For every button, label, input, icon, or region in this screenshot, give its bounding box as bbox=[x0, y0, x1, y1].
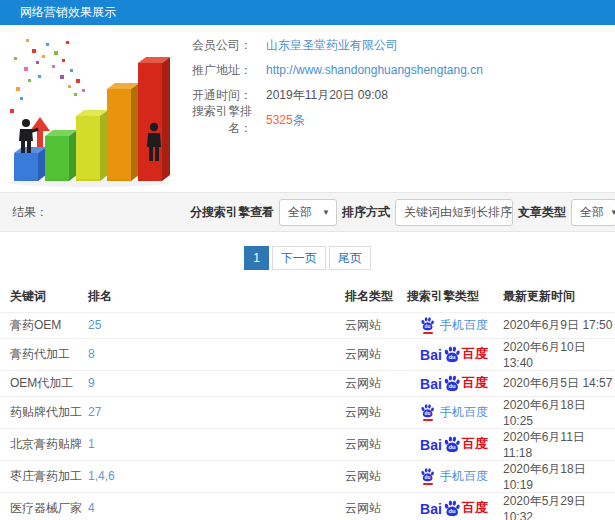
col-rank-type: 排名类型 bbox=[345, 282, 405, 312]
promo-url-link[interactable]: http://www.shandonghuangshengtang.cn bbox=[266, 63, 483, 77]
baidu-paw-icon: du bbox=[443, 374, 461, 392]
page-current[interactable]: 1 bbox=[244, 246, 269, 270]
col-updated: 最新更新时间 bbox=[503, 282, 615, 312]
sort-filter-value: 关键词由短到长排序 bbox=[404, 204, 512, 221]
keyword-cell: 医疗器械厂家 bbox=[0, 492, 88, 520]
rank-cell: 27 bbox=[88, 396, 345, 428]
baidu-bai-text: Bai bbox=[420, 437, 442, 453]
table-row: 膏药OEM25云网站du手机百度2020年6月9日 17:50 bbox=[0, 312, 615, 338]
article-type-label: 文章类型 bbox=[518, 204, 566, 221]
paw-icon-wrap: du bbox=[420, 316, 435, 334]
table-row: 北京膏药贴牌1云网站Baidu百度2020年6月11日 11:18 bbox=[0, 428, 615, 460]
page-next[interactable]: 下一页 bbox=[272, 246, 326, 270]
updated-cell: 2020年6月5日 14:57 bbox=[503, 370, 615, 396]
baidu-cn-text: 百度 bbox=[462, 345, 488, 363]
keyword-cell: 药贴牌代加工 bbox=[0, 396, 88, 428]
confetti-dots bbox=[10, 39, 85, 113]
rank-table: 关键词 排名 排名类型 搜索引擎类型 最新更新时间 膏药OEM25云网站du手机… bbox=[0, 282, 615, 520]
engine-cell: Baidu百度 bbox=[405, 428, 503, 460]
company-link[interactable]: 山东皇圣堂药业有限公司 bbox=[266, 37, 398, 54]
updated-cell: 2020年6月18日 10:19 bbox=[503, 460, 615, 492]
baidu-paw-icon: du bbox=[443, 499, 461, 517]
sort-filter-label: 排序方式 bbox=[342, 204, 390, 221]
ranking-count-unit: 条 bbox=[293, 113, 305, 127]
baidu-bai-text: Bai bbox=[420, 376, 442, 392]
dropdown-arrow-icon: ▼ bbox=[322, 208, 330, 217]
info-fields: 会员公司：山东皇圣堂药业有限公司推广地址：http://www.shandong… bbox=[170, 37, 483, 137]
engine-filter-value: 全部 bbox=[288, 204, 312, 221]
paw-underline bbox=[423, 483, 433, 485]
filter-bar: 结果： 分搜索引擎查看 全部 ▼ 排序方式 关键词由短到长排序 ▼ 文章类型 全… bbox=[0, 192, 615, 232]
table-row: 药贴牌代加工27云网站du手机百度2020年6月18日 10:25 bbox=[0, 396, 615, 428]
page-title: 网络营销效果展示 bbox=[20, 5, 116, 19]
paw-icon-wrap: du bbox=[420, 403, 435, 421]
rank-type-cell: 云网站 bbox=[345, 370, 405, 396]
table-header-row: 关键词 排名 排名类型 搜索引擎类型 最新更新时间 bbox=[0, 282, 615, 312]
sort-filter-select[interactable]: 关键词由短到长排序 ▼ bbox=[395, 199, 513, 226]
rank-link[interactable]: 9 bbox=[88, 376, 95, 390]
rank-cell: 25 bbox=[88, 312, 345, 338]
baidu-paw-icon: du bbox=[443, 345, 461, 363]
page: 网络营销效果展示 bbox=[0, 0, 615, 520]
titlebar: 网络营销效果展示 bbox=[0, 0, 615, 25]
updated-cell: 2020年6月18日 10:25 bbox=[503, 396, 615, 428]
baidu-paw-icon: du bbox=[443, 435, 461, 453]
col-rank: 排名 bbox=[88, 282, 345, 312]
baidu-paw-icon: du bbox=[420, 403, 435, 418]
engine-cell: du手机百度 bbox=[405, 396, 503, 428]
baidu-logo: Baidu百度 bbox=[420, 499, 488, 517]
page-last[interactable]: 尾页 bbox=[329, 246, 371, 270]
table-row: 膏药代加工8云网站Baidu百度2020年6月10日 13:40 bbox=[0, 338, 615, 370]
rank-type-cell: 云网站 bbox=[345, 492, 405, 520]
baidu-logo: Baidu百度 bbox=[420, 345, 488, 363]
rank-type-cell: 云网站 bbox=[345, 312, 405, 338]
rank-link[interactable]: 8 bbox=[88, 347, 95, 361]
rank-type-cell: 云网站 bbox=[345, 428, 405, 460]
rank-link[interactable]: 4 bbox=[88, 501, 95, 515]
rank-cell: 8 bbox=[88, 338, 345, 370]
ranking-count-number: 5325 bbox=[266, 113, 293, 127]
paw-underline bbox=[423, 332, 433, 334]
keyword-cell: 枣庄膏药加工 bbox=[0, 460, 88, 492]
engine-filter-label: 分搜索引擎查看 bbox=[190, 204, 274, 221]
keyword-cell: 北京膏药贴牌 bbox=[0, 428, 88, 460]
engine-cell: du手机百度 bbox=[405, 312, 503, 338]
svg-text:du: du bbox=[425, 324, 431, 329]
rank-cell: 4 bbox=[88, 492, 345, 520]
baidu-logo: Baidu百度 bbox=[420, 435, 488, 453]
filter-group: 分搜索引擎查看 全部 ▼ 排序方式 关键词由短到长排序 ▼ 文章类型 全部 ▼ … bbox=[185, 193, 615, 231]
table-row: 医疗器械厂家4云网站Baidu百度2020年5月29日 10:32 bbox=[0, 492, 615, 520]
col-keyword: 关键词 bbox=[0, 282, 88, 312]
mobile-baidu-label: 手机百度 bbox=[440, 468, 488, 485]
rank-link[interactable]: 25 bbox=[88, 318, 101, 332]
updated-cell: 2020年6月10日 13:40 bbox=[503, 338, 615, 370]
col-engine-type: 搜索引擎类型 bbox=[405, 282, 503, 312]
article-type-value: 全部 bbox=[580, 204, 604, 221]
rank-type-cell: 云网站 bbox=[345, 460, 405, 492]
keyword-cell: 膏药代加工 bbox=[0, 338, 88, 370]
rank-cell: 1 bbox=[88, 428, 345, 460]
svg-text:du: du bbox=[448, 354, 456, 360]
mobile-baidu-logo: du手机百度 bbox=[420, 316, 488, 334]
rank-link[interactable]: 1 bbox=[88, 437, 95, 451]
ranking-count-value: 5325条 bbox=[266, 112, 305, 129]
dropdown-arrow-icon: ▼ bbox=[610, 208, 615, 217]
svg-text:du: du bbox=[425, 411, 431, 416]
rank-link[interactable]: 1,4,6 bbox=[88, 469, 115, 483]
open-time-value: 2019年11月20日 09:08 bbox=[266, 87, 388, 104]
baidu-bai-text: Bai bbox=[420, 501, 442, 517]
info-row: 搜索引擎排名：5325条 bbox=[170, 112, 483, 128]
baidu-logo: Baidu百度 bbox=[420, 374, 488, 392]
engine-filter-select[interactable]: 全部 ▼ bbox=[279, 199, 337, 226]
engine-cell: Baidu百度 bbox=[405, 492, 503, 520]
baidu-paw-icon: du bbox=[420, 316, 435, 331]
article-type-select[interactable]: 全部 ▼ bbox=[571, 199, 615, 226]
info-section: 会员公司：山东皇圣堂药业有限公司推广地址：http://www.shandong… bbox=[0, 25, 615, 192]
info-row: 开通时间：2019年11月20日 09:08 bbox=[170, 87, 483, 103]
rank-type-cell: 云网站 bbox=[345, 396, 405, 428]
updated-cell: 2020年5月29日 10:32 bbox=[503, 492, 615, 520]
rank-link[interactable]: 27 bbox=[88, 405, 101, 419]
updated-cell: 2020年6月9日 17:50 bbox=[503, 312, 615, 338]
baidu-cn-text: 百度 bbox=[462, 499, 488, 517]
mobile-baidu-logo: du手机百度 bbox=[420, 467, 488, 485]
